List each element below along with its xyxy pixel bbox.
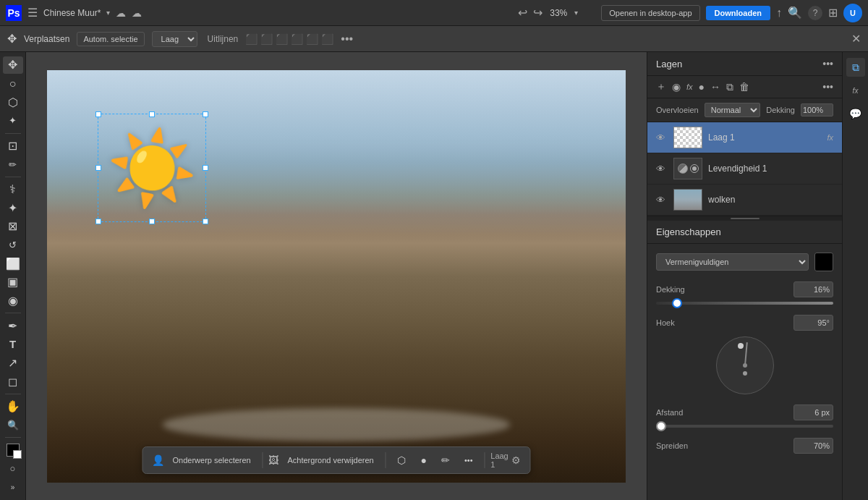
layers-panel-icon[interactable]: ⧉ [846, 58, 865, 77]
prop-blend-select[interactable]: Vermenigvuldigen [656, 253, 809, 271]
ctx-icon3-btn[interactable]: ✏ [435, 452, 456, 469]
select-subject-btn[interactable]: Onderwerp selecteren [167, 453, 257, 467]
dodge-btn[interactable]: ◉ [3, 292, 23, 310]
lasso-tool-btn[interactable]: ⬡ [3, 93, 23, 111]
help-icon[interactable]: ? [808, 6, 822, 20]
layer1-fx[interactable]: fx [827, 133, 833, 142]
align-center-v-icon[interactable]: ⬛ [306, 33, 318, 45]
delete-layer-icon[interactable]: 🗑 [739, 81, 749, 93]
more-tools-btn[interactable]: » [3, 478, 23, 496]
hamburger-icon[interactable]: ☰ [27, 6, 38, 20]
align-right-icon[interactable]: ⬛ [276, 33, 288, 45]
color-swatch[interactable] [814, 253, 833, 271]
ctx-more-btn[interactable]: ••• [459, 453, 479, 467]
fx-panel-icon[interactable]: fx [846, 81, 865, 100]
properties-header: Eigenschappen [647, 221, 842, 244]
share-icon[interactable]: ↑ [776, 7, 782, 20]
pen-tool-btn[interactable]: ✒ [3, 317, 23, 334]
handle-top-mid[interactable] [149, 111, 155, 117]
ctx-settings-btn[interactable]: ⚙ [511, 454, 521, 466]
path-select-btn[interactable]: ↗ [3, 355, 23, 372]
spot-heal-btn[interactable]: ⚕ [3, 181, 23, 198]
select-tool-btn[interactable]: ○ [3, 75, 23, 93]
layer3-eye[interactable]: 👁 [656, 195, 668, 205]
ctx-icon1-btn[interactable]: ⬡ [391, 452, 412, 469]
spread-input[interactable] [793, 438, 833, 454]
crop-tool-btn[interactable]: ⊡ [3, 137, 23, 155]
quick-mask-btn[interactable]: ○ [3, 460, 23, 478]
distance-input[interactable] [793, 404, 833, 420]
handle-right-mid[interactable] [203, 165, 208, 171]
fx-layer-icon[interactable]: ◉ [672, 81, 681, 93]
user-avatar[interactable]: U [843, 4, 862, 22]
magic-wand-btn[interactable]: ✦ [3, 112, 23, 130]
layers-toolbar: ＋ ◉ fx ● ↔ ⧉ 🗑 ••• [647, 76, 842, 98]
more-options-icon[interactable]: ••• [341, 33, 353, 46]
gradient-btn[interactable]: ▣ [3, 274, 23, 291]
zoom-tool-btn[interactable]: 🔍 [3, 416, 23, 433]
comment-panel-icon[interactable]: 💬 [846, 104, 865, 123]
ctx-icon2-btn[interactable]: ● [414, 452, 432, 469]
align-bottom-icon[interactable]: ⬛ [321, 33, 333, 45]
ctx-icon3: ✏ [441, 454, 450, 466]
close-panel-btn[interactable]: ✕ [851, 32, 861, 46]
align-center-h-icon[interactable]: ⬛ [260, 33, 273, 45]
sun-selection[interactable]: ☀️ [98, 114, 206, 222]
redo-icon[interactable]: ↪ [533, 6, 542, 20]
shape-tool-btn[interactable]: ◻ [3, 373, 23, 390]
filename-chevron[interactable]: ▾ [106, 9, 110, 17]
group-icon[interactable]: ⧉ [726, 81, 733, 93]
blend-mode-row: Vermenigvuldigen [656, 253, 833, 271]
blend-mode-select[interactable]: Normaal [705, 103, 761, 117]
eyedropper-btn[interactable]: ✏ [3, 156, 23, 173]
layers-title: Lagen [656, 59, 682, 69]
opacity-input[interactable] [801, 103, 833, 116]
stamp-tool-btn[interactable]: ⊠ [3, 218, 23, 235]
hand-tool-btn[interactable]: ✋ [3, 398, 23, 415]
layer-row-laag1[interactable]: 👁 Laag 1 fx [647, 122, 842, 153]
type-tool-btn[interactable]: T [3, 336, 23, 353]
history-brush-btn[interactable]: ↺ [3, 237, 23, 254]
download-btn[interactable]: Downloaden [706, 6, 770, 20]
handle-bot-mid[interactable] [149, 219, 155, 224]
move-tool-btn[interactable]: ✥ [3, 56, 23, 74]
eraser-btn[interactable]: ⬜ [3, 255, 23, 272]
fg-color-swatch[interactable] [3, 441, 23, 459]
handle-bl[interactable] [95, 219, 101, 224]
layer-row-levendigheid[interactable]: 👁 Levendigheid 1 [647, 153, 842, 185]
auto-select-btn[interactable]: Autom. selectie [77, 32, 144, 46]
remove-bg-btn[interactable]: Achtergrond verwijderen [281, 453, 379, 467]
handle-br[interactable] [203, 219, 208, 224]
angle-dial[interactable] [716, 336, 774, 394]
brush-tool-btn[interactable]: ✦ [3, 199, 23, 216]
add-layer-icon[interactable]: ＋ [656, 80, 666, 93]
context-divider3 [485, 452, 485, 468]
handle-tl[interactable] [95, 111, 101, 117]
search-icon[interactable]: 🔍 [788, 6, 802, 20]
align-icons: ⬛ ⬛ ⬛ ⬛ ⬛ ⬛ [245, 33, 333, 45]
align-top-icon[interactable]: ⬛ [291, 33, 303, 45]
opacity-prop-input[interactable] [793, 281, 833, 297]
layer-row-wolken[interactable]: 👁 wolken [647, 185, 842, 216]
layer2-eye[interactable]: 👁 [656, 164, 668, 174]
handle-left-mid[interactable] [95, 165, 101, 171]
zoom-chevron[interactable]: ▾ [574, 9, 578, 17]
canvas-area[interactable]: ☀️ 👤 Onderwerp selecteren 🖼 Achtergrond … [26, 52, 647, 500]
angle-input[interactable] [793, 315, 833, 331]
layers-more-icon[interactable]: ••• [822, 58, 833, 69]
apps-icon[interactable]: ⊞ [828, 6, 838, 20]
layers-more2-icon[interactable]: ••• [822, 81, 833, 93]
undo-icon[interactable]: ↩ [518, 6, 527, 20]
layer1-eye[interactable]: 👁 [656, 132, 668, 143]
mask-icon[interactable]: ● [699, 81, 705, 93]
layer-name-badge: Laag 1 [490, 452, 509, 469]
properties-title: Eigenschappen [656, 226, 721, 237]
handle-tr[interactable] [203, 111, 208, 117]
layer-select[interactable]: Laag [152, 31, 197, 47]
fx-text-icon[interactable]: fx [686, 82, 693, 91]
distance-slider-thumb[interactable] [656, 421, 666, 431]
open-in-desktop-btn[interactable]: Openen in desktop-app [601, 5, 699, 21]
opacity-slider-thumb[interactable] [672, 298, 682, 308]
adjustment-icon[interactable]: ↔ [710, 81, 720, 93]
align-left-icon[interactable]: ⬛ [245, 33, 258, 45]
